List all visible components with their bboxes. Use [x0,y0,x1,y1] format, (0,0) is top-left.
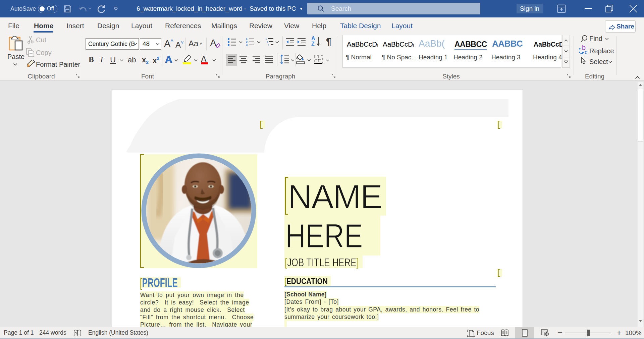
svg-text:1: 1 [265,37,267,40]
svg-text:a: a [267,40,268,43]
svg-text:i: i [268,43,269,46]
svg-text:3: 3 [246,43,248,46]
